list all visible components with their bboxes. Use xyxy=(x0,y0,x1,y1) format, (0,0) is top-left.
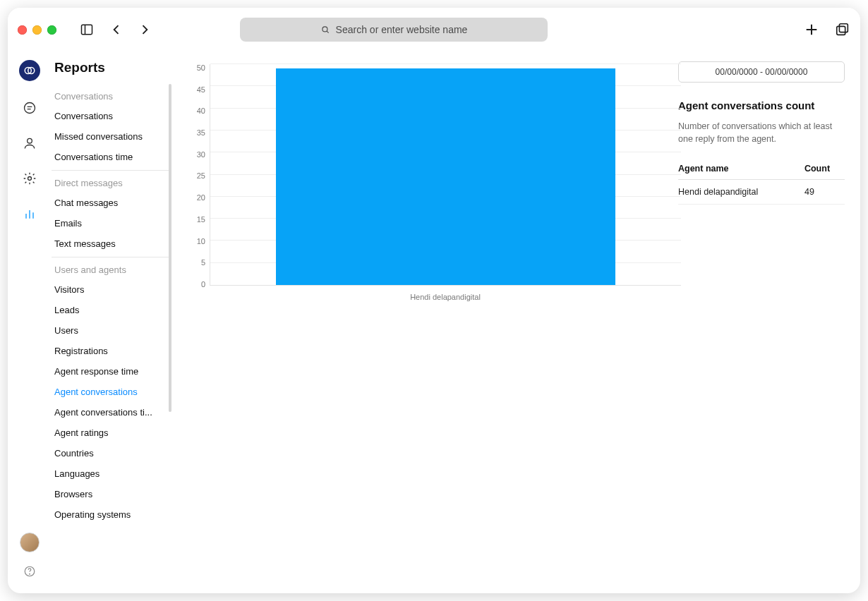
nav-visitors[interactable]: Visitors xyxy=(52,279,171,300)
svg-line-3 xyxy=(327,31,329,33)
nav-missed-conversations[interactable]: Missed conversations xyxy=(52,126,171,147)
app-logo[interactable] xyxy=(19,60,40,81)
nav-emails[interactable]: Emails xyxy=(52,213,171,233)
search-icon xyxy=(320,25,330,35)
nav-countries[interactable]: Countries xyxy=(52,443,171,463)
section-heading: Direct messages xyxy=(52,170,171,193)
x-axis-label: Hendi delapandigital xyxy=(210,293,681,301)
panel-description: Number of conversations which at least o… xyxy=(678,120,845,145)
nav-agent-ratings[interactable]: Agent ratings xyxy=(52,423,171,443)
user-avatar[interactable] xyxy=(20,533,40,552)
nav-agent-conversations-time[interactable]: Agent conversations ti... xyxy=(52,402,171,423)
tabs-overview-button[interactable] xyxy=(835,22,850,37)
table-row: Hendi delapandigital49 xyxy=(678,180,845,205)
y-tick: 25 xyxy=(187,172,205,180)
close-window-button[interactable] xyxy=(18,25,27,35)
y-tick: 20 xyxy=(187,194,205,202)
svg-point-2 xyxy=(323,27,327,32)
chart-bar xyxy=(276,68,615,285)
y-tick: 50 xyxy=(187,64,205,72)
y-axis-ticks: 50454035302520151050 xyxy=(187,61,205,286)
settings-icon[interactable] xyxy=(21,170,38,187)
cell-agent-name: Hendi delapandigital xyxy=(678,180,804,205)
nav-operating-systems[interactable]: Operating systems xyxy=(52,504,171,525)
date-range-picker[interactable]: 00/00/0000 - 00/00/0000 xyxy=(678,61,845,83)
svg-point-10 xyxy=(25,103,35,114)
nav-agent-response-time[interactable]: Agent response time xyxy=(52,361,171,382)
summary-panel: 00/00/0000 - 00/00/0000 Agent conversati… xyxy=(678,61,845,593)
new-tab-button[interactable] xyxy=(804,22,819,37)
cell-count: 49 xyxy=(804,180,845,205)
nav-languages[interactable]: Languages xyxy=(52,463,171,484)
agent-data-table: Agent name Count Hendi delapandigital49 xyxy=(678,158,845,205)
chat-icon[interactable] xyxy=(21,99,38,116)
nav-conversations-time[interactable]: Conversations time xyxy=(52,147,171,167)
main-content: 50454035302520151050 Hendi delapandigita… xyxy=(171,51,860,593)
chart-area: 50454035302520151050 Hendi delapandigita… xyxy=(187,61,665,593)
svg-point-13 xyxy=(28,138,32,143)
svg-rect-6 xyxy=(839,24,848,32)
nav-leads[interactable]: Leads xyxy=(52,300,171,320)
nav-text-messages[interactable]: Text messages xyxy=(52,233,171,254)
svg-rect-0 xyxy=(82,25,92,34)
scrollbar[interactable] xyxy=(169,84,171,412)
col-count: Count xyxy=(804,158,845,180)
panel-title: Agent conversations count xyxy=(678,99,845,111)
nav-conversations[interactable]: Conversations xyxy=(52,106,171,126)
search-placeholder: Search or enter website name xyxy=(336,24,468,35)
bar-chart: 50454035302520151050 Hendi delapandigita… xyxy=(187,61,681,301)
svg-point-14 xyxy=(28,177,32,181)
nav-registrations[interactable]: Registrations xyxy=(52,341,171,361)
section-heading: Users and agents xyxy=(52,257,171,279)
reports-sidebar: Reports Conversations Conversations Miss… xyxy=(52,51,171,593)
nav-users[interactable]: Users xyxy=(52,320,171,341)
y-tick: 10 xyxy=(187,238,205,245)
svg-point-19 xyxy=(30,573,30,574)
titlebar: Search or enter website name xyxy=(8,8,860,51)
back-button[interactable] xyxy=(109,22,124,37)
nav-agent-conversations[interactable]: Agent conversations xyxy=(52,382,171,402)
plot-area xyxy=(210,64,681,286)
reports-icon[interactable] xyxy=(21,205,38,222)
nav-chat-messages[interactable]: Chat messages xyxy=(52,193,171,213)
y-tick: 15 xyxy=(187,216,205,224)
nav-browsers[interactable]: Browsers xyxy=(52,484,171,504)
y-tick: 5 xyxy=(187,259,205,267)
user-icon[interactable] xyxy=(21,135,38,152)
y-tick: 30 xyxy=(187,151,205,159)
icon-rail xyxy=(8,51,52,593)
page-title: Reports xyxy=(52,60,171,84)
y-tick: 35 xyxy=(187,129,205,137)
minimize-window-button[interactable] xyxy=(32,25,42,35)
y-tick: 45 xyxy=(187,86,205,94)
address-search-bar[interactable]: Search or enter website name xyxy=(240,18,548,42)
col-agent-name: Agent name xyxy=(678,158,804,180)
app-window: Search or enter website name xyxy=(8,8,860,593)
y-tick: 0 xyxy=(187,281,205,289)
help-icon[interactable] xyxy=(23,565,36,581)
svg-rect-7 xyxy=(837,26,845,35)
y-tick: 40 xyxy=(187,107,205,115)
sidebar-toggle-icon[interactable] xyxy=(79,22,95,37)
window-controls xyxy=(18,25,56,35)
forward-button[interactable] xyxy=(137,22,152,37)
maximize-window-button[interactable] xyxy=(47,25,56,35)
section-heading: Conversations xyxy=(52,84,171,106)
